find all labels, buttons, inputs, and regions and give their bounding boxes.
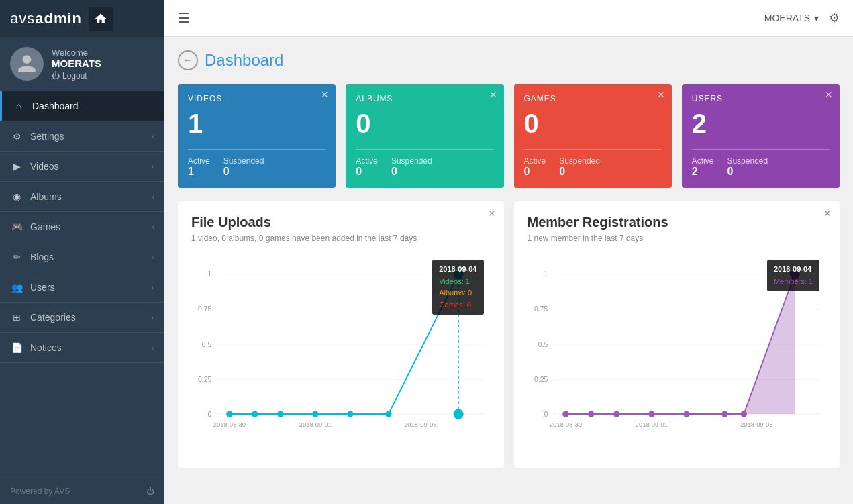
- tooltip-members: Members: 1: [774, 276, 813, 288]
- file-uploads-title: File Uploads: [191, 215, 491, 230]
- file-uploads-chart-area: 1 0.75 0.5 0.25 0 2018-08-30 2018-09-01 …: [191, 253, 491, 454]
- video-nav-icon: ▶: [10, 160, 23, 173]
- svg-point-38: [613, 411, 619, 417]
- member-reg-title-light: Member: [528, 215, 579, 230]
- close-icon[interactable]: ✕: [321, 89, 329, 100]
- sidebar-item-label: Categories: [30, 312, 152, 323]
- brand-name-bold: admin: [35, 10, 82, 27]
- svg-point-14: [252, 411, 258, 417]
- sidebar-item-label: Videos: [30, 161, 152, 172]
- sidebar-item-videos[interactable]: ▶ Videos ‹: [0, 152, 164, 182]
- page-header: ← Dashboard: [178, 50, 840, 70]
- sidebar-item-settings[interactable]: ⚙ Settings ‹: [0, 121, 164, 152]
- users-card-value: 2: [692, 109, 830, 139]
- videos-card-label: VIDEOS: [188, 94, 325, 103]
- member-reg-tooltip: 2018-09-04 Members: 1: [767, 260, 819, 291]
- svg-text:0: 0: [208, 411, 212, 418]
- games-card-value: 0: [524, 109, 662, 139]
- sidebar-item-notices[interactable]: 📄 Notices ‹: [0, 333, 164, 363]
- close-icon[interactable]: ✕: [823, 208, 832, 219]
- brand-name-light: avs: [10, 10, 35, 27]
- albums-card-footer: Active 0 Suspended 0: [356, 149, 493, 178]
- tooltip-albums: Albums: 0: [439, 287, 476, 299]
- svg-text:2018-09-01: 2018-09-01: [635, 421, 667, 428]
- close-icon[interactable]: ✕: [825, 89, 833, 100]
- albums-card-label: ALBUMS: [356, 94, 493, 103]
- sidebar-item-blogs[interactable]: ✏ Blogs ‹: [0, 242, 164, 272]
- gear-icon[interactable]: ⚙: [829, 11, 840, 26]
- home-nav-icon: ⌂: [12, 99, 26, 113]
- active-label: Active: [188, 156, 210, 166]
- chevron-icon: ‹: [152, 193, 154, 201]
- close-icon[interactable]: ✕: [488, 208, 496, 219]
- chevron-icon: ‹: [152, 344, 154, 352]
- file-uploads-subtitle: 1 video, 0 albums, 0 games have been add…: [191, 234, 491, 243]
- user-info: Welcome MOERATS ⏻ Logout: [52, 48, 101, 81]
- svg-point-36: [562, 411, 568, 417]
- chevron-icon: ‹: [152, 283, 154, 291]
- chevron-icon: ‹: [152, 223, 154, 231]
- member-reg-title: Member Registrations: [528, 215, 827, 230]
- svg-point-18: [385, 411, 391, 417]
- svg-point-15: [277, 411, 283, 417]
- powered-by-label: Powered by AVS: [10, 487, 70, 496]
- suspended-label: Suspended: [223, 156, 264, 166]
- brand-text: avsadmin: [10, 10, 82, 28]
- sidebar-item-label: Blogs: [30, 252, 152, 262]
- welcome-text: Welcome: [52, 48, 101, 58]
- videos-suspended: Suspended 0: [223, 156, 264, 178]
- svg-text:0.75: 0.75: [198, 305, 211, 313]
- games-nav-icon: 🎮: [10, 220, 23, 234]
- users-nav-icon: 👥: [10, 281, 23, 294]
- user-menu[interactable]: MOERATS ▾: [764, 13, 819, 23]
- categories-nav-icon: ⊞: [10, 311, 23, 324]
- svg-point-39: [648, 411, 654, 417]
- hamburger-icon[interactable]: ☰: [178, 10, 190, 26]
- users-active: Active 2: [692, 156, 714, 178]
- videos-active: Active 1: [188, 156, 210, 178]
- sidebar-item-label: Games: [30, 221, 152, 232]
- close-icon[interactable]: ✕: [489, 89, 497, 100]
- stat-card-users: ✕ USERS 2 Active 2 Suspended 0: [682, 84, 840, 188]
- svg-text:2018-08-30: 2018-08-30: [213, 421, 246, 428]
- svg-text:1: 1: [208, 270, 212, 278]
- svg-point-42: [740, 411, 746, 417]
- albums-nav-icon: ◉: [10, 190, 23, 203]
- topbar: ☰ MOERATS ▾ ⚙: [164, 0, 853, 37]
- sidebar-item-categories[interactable]: ⊞ Categories ‹: [0, 303, 164, 333]
- svg-text:1: 1: [544, 270, 548, 278]
- main-area: ☰ MOERATS ▾ ⚙ ← Dashboard ✕ VIDEOS 1: [164, 0, 853, 504]
- avatar: [10, 47, 44, 81]
- logout-button[interactable]: ⏻ Logout: [52, 71, 101, 81]
- tooltip-games: Games: 0: [439, 299, 476, 311]
- suspended-value: 0: [223, 166, 264, 178]
- sidebar-footer: Powered by AVS ⏻: [0, 478, 164, 504]
- back-button[interactable]: ←: [178, 50, 198, 70]
- power-icon: ⏻: [146, 487, 154, 496]
- svg-text:0.25: 0.25: [534, 376, 548, 383]
- member-registrations-chart: ✕ Member Registrations 1 new member in t…: [514, 201, 840, 468]
- user-menu-chevron: ▾: [814, 13, 819, 23]
- close-icon[interactable]: ✕: [657, 89, 665, 100]
- sidebar-item-label: Albums: [30, 191, 152, 202]
- sidebar-item-label: Settings: [30, 131, 152, 142]
- sidebar-nav: ⌂ Dashboard ⚙ Settings ‹ ▶ Videos ‹ ◉ Al…: [0, 91, 164, 478]
- home-icon[interactable]: [89, 7, 113, 31]
- sidebar-item-label: Users: [30, 282, 152, 293]
- svg-text:2018-08-30: 2018-08-30: [549, 421, 581, 428]
- stat-card-games: ✕ GAMES 0 Active 0 Suspended 0: [514, 84, 672, 188]
- file-uploads-tooltip: 2018-09-04 Videos: 1 Albums: 0 Games: 0: [432, 260, 483, 315]
- users-card-footer: Active 2 Suspended 0: [692, 149, 830, 178]
- albums-active: Active 0: [356, 156, 378, 178]
- svg-text:0: 0: [544, 411, 548, 418]
- svg-text:0.75: 0.75: [534, 305, 548, 313]
- svg-text:0.25: 0.25: [198, 376, 211, 383]
- chevron-icon: ‹: [152, 313, 154, 321]
- sidebar-item-dashboard[interactable]: ⌂ Dashboard: [0, 91, 164, 121]
- sidebar-item-albums[interactable]: ◉ Albums ‹: [0, 182, 164, 212]
- sidebar-item-games[interactable]: 🎮 Games ‹: [0, 212, 164, 242]
- sidebar-item-users[interactable]: 👥 Users ‹: [0, 272, 164, 303]
- svg-text:2018-09-03: 2018-09-03: [404, 421, 436, 428]
- svg-point-41: [721, 411, 727, 417]
- svg-point-16: [312, 411, 318, 417]
